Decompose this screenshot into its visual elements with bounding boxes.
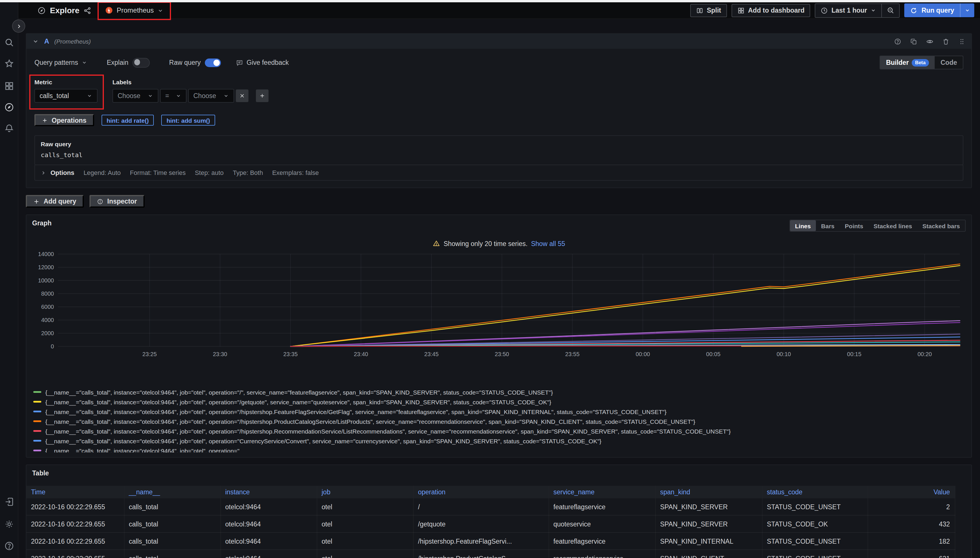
builder-mode-tab[interactable]: Builder Beta bbox=[880, 56, 935, 69]
x-axis-tick-label: 23:35 bbox=[283, 351, 298, 357]
table-cell: STATUS_CODE_OK bbox=[762, 515, 868, 532]
legend-item[interactable]: {__name__="calls_total", instance="otelc… bbox=[33, 387, 972, 397]
column-header-Time[interactable]: Time bbox=[26, 486, 124, 498]
star-icon[interactable] bbox=[0, 59, 18, 69]
sign-in-icon[interactable] bbox=[0, 497, 18, 507]
column-header-span_kind[interactable]: span_kind bbox=[655, 486, 762, 498]
apps-grid-icon[interactable] bbox=[0, 81, 18, 91]
graph-mode-button[interactable]: Lines bbox=[790, 220, 816, 231]
run-query-interval-button[interactable] bbox=[960, 3, 974, 17]
label-value-select[interactable]: Choose bbox=[188, 89, 234, 103]
legend-item[interactable]: {__name__="calls_total", instance="otelc… bbox=[33, 446, 972, 453]
column-header-job[interactable]: job bbox=[317, 486, 413, 498]
split-icon bbox=[696, 7, 704, 14]
add-query-label: Add query bbox=[44, 198, 76, 205]
add-to-dashboard-button[interactable]: Add to dashboard bbox=[732, 4, 811, 17]
plus-icon bbox=[42, 117, 48, 123]
raw-query-value: calls_total bbox=[41, 151, 957, 159]
legend-swatch bbox=[33, 440, 41, 441]
delete-query-icon[interactable] bbox=[942, 38, 950, 45]
search-icon[interactable] bbox=[0, 37, 18, 48]
give-feedback-link[interactable]: Give feedback bbox=[236, 59, 289, 66]
raw-query-label: Raw query bbox=[41, 141, 957, 148]
inspector-label: Inspector bbox=[107, 198, 137, 205]
query-options-row[interactable]: Options Legend: AutoFormat: Time seriesS… bbox=[35, 164, 964, 181]
show-all-series-link[interactable]: Show all 55 bbox=[531, 240, 565, 247]
warning-text: Showing only 20 time series. bbox=[444, 240, 528, 247]
inspector-button[interactable]: Inspector bbox=[89, 195, 145, 208]
explain-toggle[interactable] bbox=[133, 57, 150, 67]
add-query-button[interactable]: Add query bbox=[26, 195, 84, 208]
explore-page-icon bbox=[37, 6, 46, 15]
legend-label: {__name__="calls_total", instance="otelc… bbox=[45, 408, 666, 415]
legend-item[interactable]: {__name__="calls_total", instance="otelc… bbox=[33, 397, 972, 407]
legend-item[interactable]: {__name__="calls_total", instance="otelc… bbox=[33, 436, 972, 446]
column-header-__name__[interactable]: __name__ bbox=[124, 486, 220, 498]
y-axis-tick-label: 8000 bbox=[41, 290, 54, 297]
metric-value: calls_total bbox=[39, 92, 69, 99]
datasource-name: Prometheus bbox=[117, 6, 154, 14]
label-operator-select[interactable]: = bbox=[160, 89, 186, 103]
time-range-group: Last 1 hour bbox=[815, 3, 899, 18]
time-range-picker[interactable]: Last 1 hour bbox=[816, 4, 881, 17]
chevron-down-icon bbox=[870, 7, 876, 13]
graph-mode-button[interactable]: Points bbox=[840, 220, 868, 231]
add-operation-button[interactable]: Operations bbox=[35, 114, 94, 126]
run-query-button[interactable]: Run query bbox=[904, 3, 960, 17]
help-icon[interactable] bbox=[0, 541, 18, 551]
query-ref-id[interactable]: A bbox=[44, 37, 49, 45]
option-summary-item: Type: Both bbox=[233, 169, 263, 176]
column-header-instance[interactable]: instance bbox=[220, 486, 317, 498]
x-axis-tick-label: 00:05 bbox=[706, 351, 720, 357]
datasource-picker[interactable]: Prometheus bbox=[100, 5, 169, 16]
graph-mode-button[interactable]: Stacked bars bbox=[917, 220, 965, 231]
metric-select[interactable]: calls_total bbox=[35, 89, 97, 103]
remove-label-filter-button[interactable] bbox=[236, 89, 248, 102]
query-patterns-dropdown[interactable]: Query patterns bbox=[35, 59, 87, 66]
option-summary-item: Exemplars: false bbox=[272, 169, 319, 176]
column-header-status_code[interactable]: status_code bbox=[762, 486, 868, 498]
gear-icon[interactable] bbox=[0, 519, 18, 529]
chevron-down-icon bbox=[148, 93, 153, 98]
grafana-logo-icon[interactable] bbox=[0, 6, 18, 18]
legend-item[interactable]: {__name__="calls_total", instance="otelc… bbox=[33, 416, 972, 426]
disable-query-icon[interactable] bbox=[926, 38, 934, 45]
share-icon[interactable] bbox=[84, 6, 92, 15]
table-row: 2022-10-16 00:22:29.655calls_totalotelco… bbox=[26, 498, 955, 515]
add-label-filter-button[interactable] bbox=[256, 89, 268, 102]
collapse-query-icon[interactable] bbox=[32, 38, 39, 45]
explore-compass-icon[interactable] bbox=[0, 102, 18, 112]
query-hint-button[interactable]: hint: add rate() bbox=[101, 115, 154, 126]
graph-legend: {__name__="calls_total", instance="otelc… bbox=[33, 387, 972, 453]
zoom-out-time-button[interactable] bbox=[881, 4, 899, 17]
query-help-icon[interactable] bbox=[894, 38, 901, 45]
y-axis-tick-label: 12000 bbox=[38, 264, 54, 271]
query-row-header[interactable]: A (Prometheus) bbox=[26, 34, 972, 49]
options-label[interactable]: Options bbox=[51, 169, 74, 176]
column-header-operation[interactable]: operation bbox=[413, 486, 549, 498]
graph-mode-button[interactable]: Stacked lines bbox=[868, 220, 917, 231]
legend-item[interactable]: {__name__="calls_total", instance="otelc… bbox=[33, 407, 972, 416]
query-hint-button[interactable]: hint: add sum() bbox=[161, 115, 215, 126]
table-cell: quoteservice bbox=[549, 515, 655, 532]
x-axis-tick-label: 00:00 bbox=[635, 351, 650, 357]
duplicate-query-icon[interactable] bbox=[910, 38, 918, 45]
column-header-Value[interactable]: Value bbox=[868, 486, 955, 498]
column-header-service_name[interactable]: service_name bbox=[549, 486, 655, 498]
screen: Explore Prometheus Split Add to dashboar… bbox=[0, 0, 980, 558]
drag-handle-icon[interactable] bbox=[958, 38, 966, 45]
labels-field-label: Labels bbox=[112, 79, 268, 85]
bell-icon[interactable] bbox=[0, 123, 18, 134]
expand-sidebar-button[interactable] bbox=[12, 20, 25, 33]
table-panel: Table Time__name__instancejoboperationse… bbox=[26, 464, 972, 558]
legend-item[interactable]: {__name__="calls_total", instance="otelc… bbox=[33, 426, 972, 436]
code-mode-tab[interactable]: Code bbox=[935, 56, 963, 69]
split-button[interactable]: Split bbox=[690, 4, 727, 17]
time-series-chart[interactable]: 0200040006000800010000120001400023:2523:… bbox=[35, 251, 963, 361]
table-cell: calls_total bbox=[124, 498, 220, 515]
raw-query-toggle[interactable] bbox=[205, 58, 221, 67]
table-cell: /hipstershop.ProductCatalogS... bbox=[413, 550, 549, 558]
label-key-select[interactable]: Choose bbox=[112, 89, 158, 103]
graph-mode-button[interactable]: Bars bbox=[816, 220, 840, 231]
table-cell: otel bbox=[317, 515, 413, 532]
